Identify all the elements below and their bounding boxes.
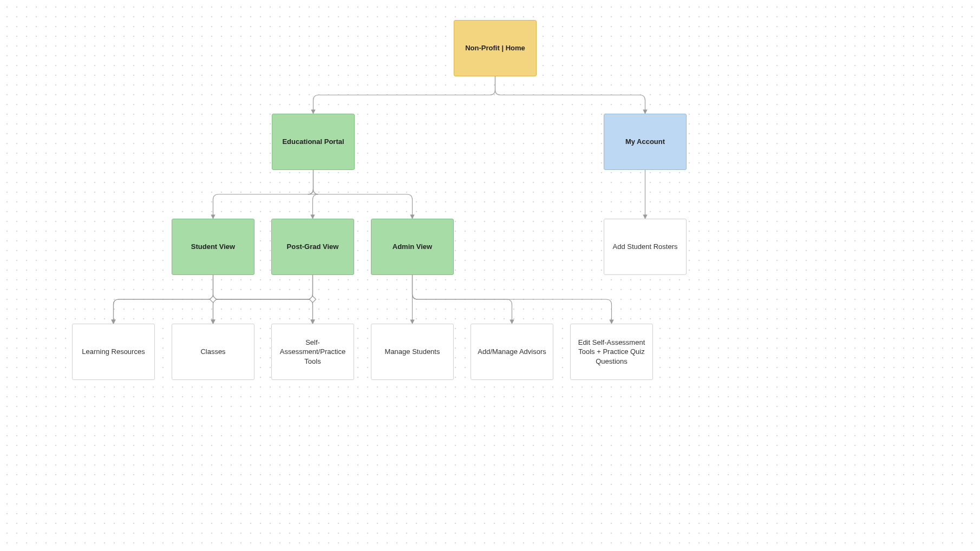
- edges-layer: [0, 0, 980, 551]
- node-label: Classes: [200, 347, 225, 357]
- node-label: Add Student Rosters: [613, 242, 678, 252]
- node-manage-students[interactable]: Manage Students: [371, 324, 454, 380]
- node-label: Admin View: [393, 242, 432, 252]
- node-educational-portal[interactable]: Educational Portal: [272, 114, 355, 170]
- node-manage-advisors[interactable]: Add/Manage Advisors: [471, 324, 553, 380]
- node-label: Educational Portal: [282, 137, 344, 147]
- node-admin-view[interactable]: Admin View: [371, 219, 454, 275]
- node-post-grad-view[interactable]: Post-Grad View: [271, 219, 354, 275]
- node-label: Manage Students: [385, 347, 440, 357]
- node-self-assessment-tools[interactable]: Self-Assessment/Practice Tools: [271, 324, 354, 380]
- node-label: Student View: [191, 242, 235, 252]
- node-my-account[interactable]: My Account: [604, 114, 687, 170]
- node-label: Add/Manage Advisors: [478, 347, 546, 357]
- node-label: Edit Self-Assessment Tools + Practice Qu…: [574, 338, 649, 366]
- node-edit-self-assessment-tools[interactable]: Edit Self-Assessment Tools + Practice Qu…: [570, 324, 653, 380]
- node-add-student-rosters[interactable]: Add Student Rosters: [604, 219, 687, 275]
- node-student-view[interactable]: Student View: [172, 219, 254, 275]
- node-learning-resources[interactable]: Learning Resources: [72, 324, 155, 380]
- node-label: Learning Resources: [82, 347, 145, 357]
- node-classes[interactable]: Classes: [172, 324, 254, 380]
- node-label: My Account: [625, 137, 665, 147]
- node-label: Non-Profit | Home: [465, 43, 525, 53]
- node-label: Self-Assessment/Practice Tools: [275, 338, 350, 366]
- node-home[interactable]: Non-Profit | Home: [454, 20, 537, 76]
- node-label: Post-Grad View: [287, 242, 339, 252]
